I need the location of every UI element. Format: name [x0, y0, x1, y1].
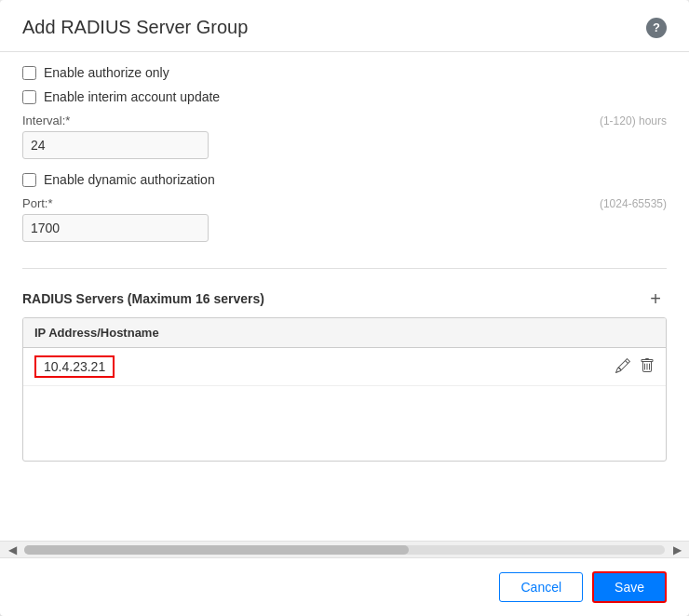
- dialog-body: Enable authorize only Enable interim acc…: [0, 52, 689, 541]
- interval-label: Interval:*: [22, 114, 70, 127]
- interval-label-row: Interval:* (1-120) hours: [22, 114, 667, 127]
- save-button[interactable]: Save: [592, 571, 667, 603]
- edit-icon[interactable]: [615, 358, 630, 376]
- scroll-track: [24, 545, 665, 555]
- section-divider: [22, 268, 667, 269]
- dynamic-auth-label: Enable dynamic authorization: [44, 172, 215, 187]
- cancel-button[interactable]: Cancel: [499, 572, 583, 602]
- radius-servers-title: RADIUS Servers (Maximum 16 servers): [22, 291, 264, 306]
- port-input[interactable]: [22, 214, 209, 242]
- authorize-only-section: Enable authorize only Enable interim acc…: [22, 52, 667, 261]
- interval-field-group: Interval:* (1-120) hours: [22, 114, 667, 159]
- port-field-group: Port:* (1024-65535): [22, 196, 667, 242]
- interim-account-label: Enable interim account update: [44, 89, 220, 104]
- add-server-icon[interactable]: +: [644, 288, 667, 310]
- dynamic-auth-checkbox[interactable]: [22, 173, 36, 187]
- horizontal-scrollbar[interactable]: ◀ ▶: [0, 541, 689, 557]
- authorize-only-label: Enable authorize only: [44, 65, 169, 80]
- dialog-footer: Cancel Save: [0, 557, 689, 616]
- radius-servers-header: RADIUS Servers (Maximum 16 servers) +: [22, 276, 667, 317]
- ip-address-value: 10.4.23.21: [34, 355, 115, 378]
- radius-servers-table: IP Address/Hostname 10.4.23.21: [22, 317, 667, 462]
- interim-account-row: Enable interim account update: [22, 89, 667, 104]
- interval-input[interactable]: [22, 131, 209, 159]
- authorize-only-row: Enable authorize only: [22, 65, 667, 80]
- help-icon[interactable]: ?: [646, 18, 667, 38]
- table-cell-actions: [604, 358, 666, 376]
- port-label-row: Port:* (1024-65535): [22, 196, 667, 210]
- dialog-title: Add RADIUS Server Group: [22, 17, 248, 38]
- interim-account-checkbox[interactable]: [22, 90, 36, 104]
- port-hint: (1024-65535): [600, 197, 667, 210]
- table-cell-ip: 10.4.23.21: [23, 348, 604, 385]
- add-radius-dialog: Add RADIUS Server Group ? Enable authori…: [0, 0, 689, 616]
- interval-hint: (1-120) hours: [600, 114, 667, 127]
- port-label: Port:*: [22, 196, 53, 210]
- table-header: IP Address/Hostname: [23, 318, 666, 348]
- delete-icon[interactable]: [640, 358, 655, 376]
- table-row: 10.4.23.21: [23, 348, 666, 386]
- scroll-left-button[interactable]: ◀: [4, 542, 20, 558]
- authorize-only-checkbox[interactable]: [22, 66, 36, 80]
- scroll-right-button[interactable]: ▶: [669, 542, 685, 558]
- empty-rows: [23, 386, 666, 461]
- ip-column-header: IP Address/Hostname: [34, 326, 159, 340]
- dynamic-auth-row: Enable dynamic authorization: [22, 172, 667, 187]
- scroll-thumb: [24, 545, 409, 555]
- dialog-header: Add RADIUS Server Group ?: [0, 0, 689, 52]
